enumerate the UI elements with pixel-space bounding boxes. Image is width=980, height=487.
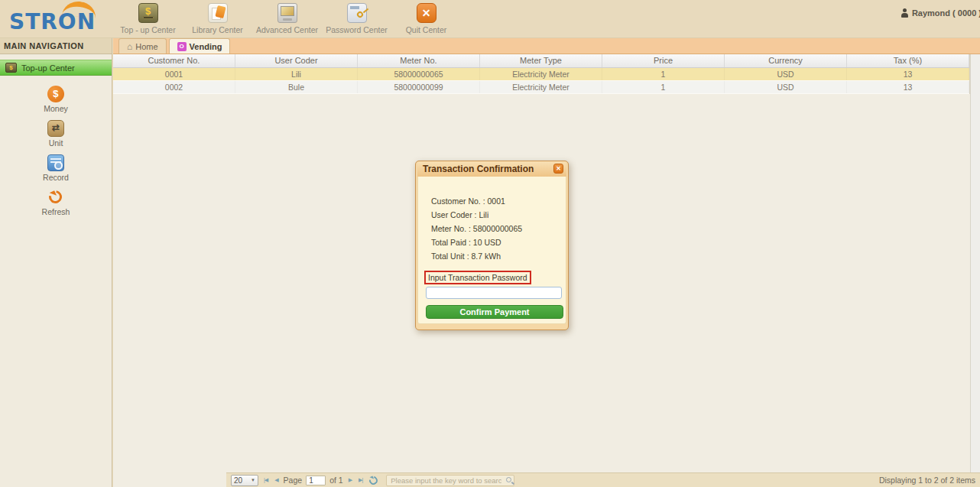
table-row[interactable]: 0002 Bule 58000000099 Electricity Meter … xyxy=(113,81,969,94)
sidebar-item-record[interactable]: Record xyxy=(43,154,69,182)
table-cell: Lili xyxy=(235,68,358,80)
page-size-select[interactable]: 20 ▼ xyxy=(231,475,258,486)
transaction-password-input[interactable] xyxy=(426,287,562,299)
detail-customer-no: Customer No. : 0001 xyxy=(431,196,566,210)
sidebar-item-label: Money xyxy=(44,104,68,113)
unit-icon: ⇄ xyxy=(47,120,64,137)
quit-center-icon: ✕ xyxy=(417,3,436,23)
topup-center-icon: $ xyxy=(138,3,158,23)
toolbar-item-advanced-center[interactable]: Advanced Center xyxy=(252,3,322,34)
key-icon xyxy=(355,10,364,18)
toolbar-item-label: Password Center xyxy=(326,25,388,34)
close-icon[interactable]: ✕ xyxy=(553,164,563,174)
detail-user-coder: User Coder : Lili xyxy=(431,210,566,224)
dialog-title: Transaction Confirmation xyxy=(423,164,534,174)
sidebar-item-money[interactable]: $ Money xyxy=(44,86,68,113)
column-header[interactable]: Customer No. xyxy=(113,54,235,67)
user-account[interactable]: Raymond ( 0000 ) xyxy=(900,8,980,18)
transaction-confirmation-dialog: Transaction Confirmation ✕ Customer No. … xyxy=(415,161,569,330)
table-cell: 58000000099 xyxy=(358,81,480,93)
detail-total-unit: Total Unit : 8.7 kWh xyxy=(431,252,566,265)
page-label: Page xyxy=(284,476,303,485)
prev-page-button[interactable]: ◀ xyxy=(273,477,279,483)
sidebar: MAIN NAVIGATION $ Top-up Center $ Money … xyxy=(0,38,112,487)
dialog-header[interactable]: Transaction Confirmation ✕ xyxy=(417,161,566,177)
dialog-detail-lines: Customer No. : 0001 User Coder : Lili Me… xyxy=(418,177,566,265)
customers-table: Customer No. User Coder Meter No. Meter … xyxy=(113,54,970,94)
table-cell: Bule xyxy=(235,81,358,93)
detail-meter-no: Meter No. : 58000000065 xyxy=(431,224,566,238)
detail-total-paid: Total Paid : 10 USD xyxy=(431,238,566,252)
toolbar-item-quit-center[interactable]: ✕ Quit Center xyxy=(391,3,461,34)
table-cell: 0001 xyxy=(113,68,235,80)
sidebar-tools: $ Money ⇄ Unit Record Refresh xyxy=(0,86,112,223)
password-label-highlighted: Input Transaction Password xyxy=(424,271,531,284)
page-size-value: 20 xyxy=(234,476,242,485)
sidebar-item-label: Unit xyxy=(49,138,63,148)
next-page-button[interactable]: ▶ xyxy=(347,477,353,483)
sidebar-item-unit[interactable]: ⇄ Unit xyxy=(47,120,64,148)
main-toolbar: $ Top - up Center Library Center Advance… xyxy=(113,3,461,34)
vending-icon: O xyxy=(177,42,187,51)
table-cell: 0002 xyxy=(113,81,235,93)
table-cell: 58000000065 xyxy=(358,68,480,80)
toolbar-item-label: Advanced Center xyxy=(256,25,318,34)
table-header-row: Customer No. User Coder Meter No. Meter … xyxy=(113,54,969,68)
toolbar-item-library-center[interactable]: Library Center xyxy=(183,3,252,34)
tab-home[interactable]: ⌂ Home xyxy=(118,38,167,54)
first-page-button[interactable]: |◀ xyxy=(262,477,269,483)
library-center-icon xyxy=(208,3,228,23)
table-cell: USD xyxy=(725,68,847,80)
person-icon xyxy=(900,8,909,18)
table-cell: Electricity Meter xyxy=(480,81,602,93)
toolbar-item-topup-center[interactable]: $ Top - up Center xyxy=(113,3,183,34)
topup-mini-icon: $ xyxy=(5,63,17,73)
vertical-scrollbar[interactable] xyxy=(970,54,980,472)
display-status: Displaying 1 to 2 of 2 items xyxy=(879,476,975,485)
last-page-button[interactable]: ▶| xyxy=(357,477,364,483)
table-cell: Electricity Meter xyxy=(480,68,602,80)
table-cell: 13 xyxy=(847,81,969,93)
table-row-selected[interactable]: 0001 Lili 58000000065 Electricity Meter … xyxy=(113,68,969,81)
column-header[interactable]: Currency xyxy=(725,54,847,67)
app-header: STRON $ Top - up Center Library Center A… xyxy=(0,0,980,38)
sidebar-item-label: Record xyxy=(43,173,69,182)
search-input[interactable] xyxy=(386,475,514,486)
tab-label: Vending xyxy=(190,42,222,51)
search-icon[interactable] xyxy=(506,477,511,482)
tab-bar: ⌂ Home O Vending xyxy=(113,38,980,54)
sidebar-item-refresh[interactable]: Refresh xyxy=(42,189,70,216)
money-icon: $ xyxy=(47,86,64,102)
column-header[interactable]: Price xyxy=(602,54,725,67)
table-cell: 1 xyxy=(602,68,725,80)
advanced-center-icon xyxy=(277,3,297,23)
column-header[interactable]: Tax (%) xyxy=(847,54,969,67)
dialog-body: Customer No. : 0001 User Coder : Lili Me… xyxy=(417,177,566,324)
user-label: Raymond ( 0000 ) xyxy=(912,8,980,18)
refresh-grid-icon[interactable] xyxy=(368,474,379,485)
tab-label: Home xyxy=(135,42,157,51)
toolbar-item-label: Quit Center xyxy=(406,25,447,34)
column-header[interactable]: Meter No. xyxy=(358,54,480,67)
table-cell: USD xyxy=(725,81,847,93)
record-icon xyxy=(47,154,64,171)
password-center-icon xyxy=(347,3,367,23)
home-icon: ⌂ xyxy=(127,42,132,51)
table-cell: 13 xyxy=(847,68,969,80)
column-header[interactable]: Meter Type xyxy=(480,54,602,67)
toolbar-item-label: Library Center xyxy=(192,25,243,34)
sidebar-item-topup-center[interactable]: $ Top-up Center xyxy=(0,60,112,76)
toolbar-item-password-center[interactable]: Password Center xyxy=(322,3,391,34)
chevron-down-icon: ▼ xyxy=(251,478,255,482)
table-cell: 1 xyxy=(602,81,725,93)
sidebar-item-label: Top-up Center xyxy=(21,63,75,73)
sidebar-title: MAIN NAVIGATION xyxy=(0,38,112,54)
sidebar-item-label: Refresh xyxy=(42,207,70,216)
confirm-payment-button[interactable]: Confirm Payment xyxy=(426,305,563,319)
column-header[interactable]: User Coder xyxy=(235,54,358,67)
toolbar-item-label: Top - up Center xyxy=(120,25,175,34)
search-box xyxy=(386,475,514,486)
page-number-input[interactable] xyxy=(306,476,326,485)
page-of-label: of 1 xyxy=(329,476,343,485)
tab-vending[interactable]: O Vending xyxy=(169,38,231,54)
